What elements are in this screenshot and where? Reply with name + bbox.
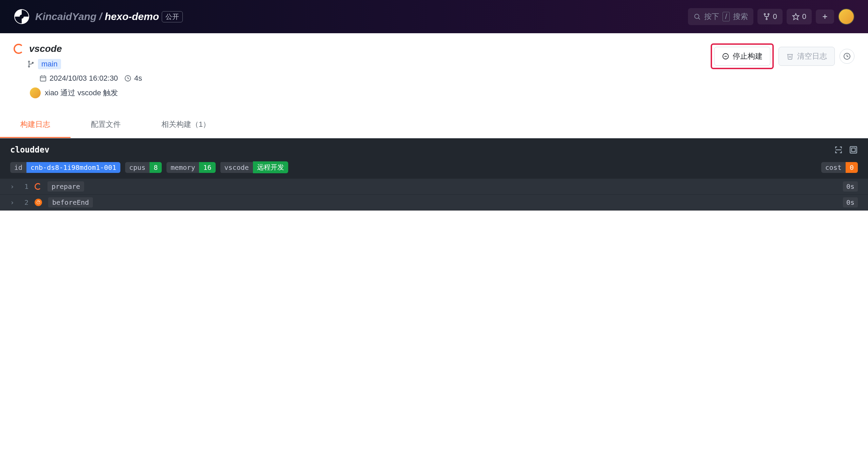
spinner-icon — [14, 44, 24, 54]
visibility-badge: 公开 — [162, 11, 183, 22]
duration-item: 4s — [124, 74, 142, 83]
svg-line-3 — [698, 18, 700, 20]
chevron-right-icon: › — [10, 182, 16, 191]
stop-button-label: 停止构建 — [733, 51, 763, 61]
fork-icon — [763, 13, 770, 20]
svg-point-2 — [695, 14, 699, 19]
build-title: vscode — [29, 43, 62, 54]
branch-row: main — [27, 59, 142, 69]
tab-build-log[interactable]: 构建日志 — [0, 112, 71, 138]
branch-name[interactable]: main — [38, 59, 61, 69]
tab-config[interactable]: 配置文件 — [71, 112, 141, 138]
header-left: KincaidYang / hexo-demo 公开 — [14, 8, 183, 25]
tabs: 构建日志 配置文件 相关构建（1） — [0, 112, 868, 138]
search-hint-left: 按下 — [704, 12, 719, 22]
search-box[interactable]: 按下 / 搜索 — [688, 8, 753, 25]
slash-key-icon: / — [723, 12, 729, 21]
svg-point-4 — [764, 14, 765, 15]
badge-cpus: cpus8 — [125, 162, 162, 173]
log-row[interactable]: › 1 prepare 0s — [0, 179, 868, 195]
log-step-name: beforeEnd — [48, 197, 93, 207]
branch-icon — [27, 60, 35, 68]
star-icon — [792, 13, 800, 20]
log-panel: clouddev idcnb-ds8-1i98mdom1-001 cpus8 m… — [0, 138, 868, 211]
clear-button-label: 清空日志 — [797, 51, 827, 61]
duration-text: 4s — [134, 74, 142, 83]
clear-log-button[interactable]: 清空日志 — [778, 47, 835, 66]
build-info: vscode main 2024/10/03 16:02:30 4s xiao … — [14, 43, 142, 98]
history-icon — [843, 52, 851, 60]
log-step-name: prepare — [47, 181, 84, 192]
star-button[interactable]: 0 — [787, 9, 812, 24]
log-row[interactable]: › 2 ⏱ beforeEnd 0s — [0, 195, 868, 211]
search-icon — [693, 13, 701, 20]
breadcrumb: KincaidYang / hexo-demo 公开 — [35, 11, 183, 22]
build-title-row: vscode — [14, 43, 142, 54]
log-line-number: 1 — [22, 182, 28, 191]
collapse-icon[interactable] — [834, 145, 843, 154]
status-pending-icon: ⏱ — [35, 199, 42, 206]
badge-id: idcnb-ds8-1i98mdom1-001 — [10, 162, 120, 173]
breadcrumb-separator: / — [99, 11, 102, 22]
build-header-section: vscode main 2024/10/03 16:02:30 4s xiao … — [0, 33, 868, 105]
trigger-text: xiao 通过 vscode 触发 — [45, 88, 118, 98]
app-logo-icon[interactable] — [14, 8, 30, 25]
user-avatar[interactable] — [838, 8, 854, 25]
fork-count: 0 — [773, 12, 777, 21]
svg-marker-7 — [793, 14, 799, 20]
log-step-time: 0s — [843, 181, 858, 192]
log-badges: idcnb-ds8-1i98mdom1-001 cpus8 memory16 v… — [0, 161, 868, 179]
stop-build-button[interactable]: 停止构建 — [714, 47, 770, 66]
top-header: KincaidYang / hexo-demo 公开 按下 / 搜索 0 0 — [0, 0, 868, 33]
build-actions: 停止构建 清空日志 — [711, 43, 854, 69]
trigger-user-avatar[interactable] — [30, 87, 41, 98]
log-step-time: 0s — [843, 197, 858, 207]
breadcrumb-repo[interactable]: hexo-demo — [105, 11, 159, 22]
plus-icon — [821, 13, 829, 20]
badge-cost: cost0 — [821, 162, 858, 173]
svg-point-5 — [768, 14, 769, 15]
svg-rect-13 — [40, 76, 46, 81]
log-title: clouddev — [10, 145, 50, 155]
expand-icon[interactable] — [849, 145, 858, 154]
timestamp-item: 2024/10/03 16:02:30 — [39, 74, 118, 83]
star-count: 0 — [802, 12, 806, 21]
calendar-icon — [39, 75, 47, 82]
log-header: clouddev — [0, 138, 868, 161]
svg-point-1 — [20, 15, 24, 19]
add-button[interactable] — [816, 9, 834, 24]
stop-circle-icon — [722, 53, 729, 60]
search-hint-right: 搜索 — [733, 12, 748, 22]
log-header-icons — [834, 145, 858, 154]
fork-button[interactable]: 0 — [757, 9, 783, 24]
history-button[interactable] — [840, 49, 854, 64]
log-line-number: 2 — [22, 198, 28, 206]
status-running-icon — [35, 183, 41, 190]
timestamp-text: 2024/10/03 16:02:30 — [50, 74, 118, 83]
trigger-row: xiao 通过 vscode 触发 — [30, 87, 142, 98]
build-meta-row: 2024/10/03 16:02:30 4s — [39, 74, 142, 83]
chevron-right-icon: › — [10, 198, 16, 206]
badge-vscode: vscode远程开发 — [220, 161, 288, 173]
trash-icon — [786, 53, 794, 60]
header-right: 按下 / 搜索 0 0 — [688, 8, 854, 25]
svg-point-6 — [766, 19, 767, 20]
tab-related[interactable]: 相关构建（1） — [141, 112, 231, 138]
svg-rect-23 — [852, 148, 855, 152]
log-rows: › 1 prepare 0s › 2 ⏱ beforeEnd 0s — [0, 179, 868, 211]
stop-button-highlight: 停止构建 — [711, 43, 774, 69]
breadcrumb-owner[interactable]: KincaidYang — [35, 11, 97, 22]
badge-memory: memory16 — [166, 162, 215, 173]
svg-point-12 — [28, 66, 30, 67]
clock-icon — [124, 75, 132, 82]
svg-rect-22 — [850, 146, 857, 153]
svg-point-10 — [28, 61, 30, 62]
